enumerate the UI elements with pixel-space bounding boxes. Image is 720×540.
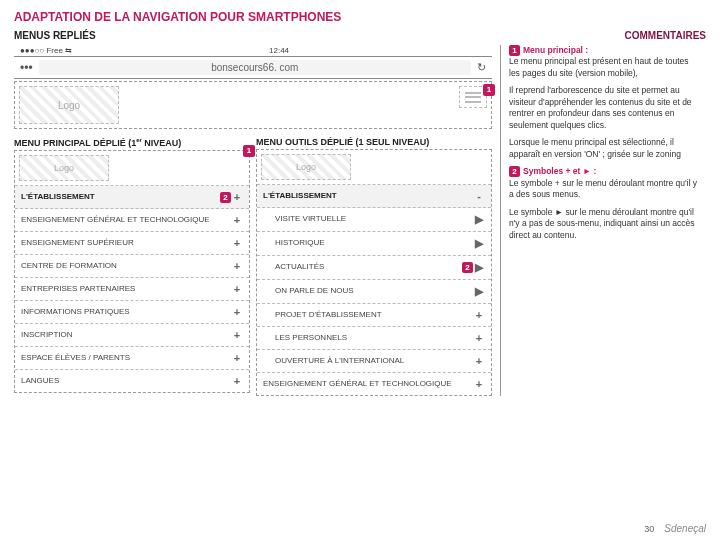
right-menu-heading: MENU OUTILS DÉPLIÉ (1 SEUL NIVEAU) xyxy=(256,137,492,147)
menu-item-label: HISTORIQUE xyxy=(263,239,473,248)
menu-item-label: LANGUES xyxy=(21,377,231,386)
page-footer: 30 Sdeneçal xyxy=(644,523,706,534)
chevron-right-icon: ▶ xyxy=(473,261,485,274)
logo-placeholder: Logo xyxy=(19,86,119,124)
browser-bar: ••• bonsecours66. com ↻ xyxy=(14,56,492,79)
callout-number-1: 1 xyxy=(509,45,520,56)
phone-statusbar: ●●●○○ Free ⇆ 12:44 xyxy=(14,45,492,56)
menu-item[interactable]: ENSEIGNEMENT GÉNÉRAL ET TECHNOLOGIQUE+ xyxy=(257,373,491,395)
plus-icon: + xyxy=(231,191,243,203)
plus-icon: + xyxy=(231,352,243,364)
left-menu-heading: MENU PRINCIPAL DÉPLIÉ (1er NIVEAU) xyxy=(14,137,250,148)
menu-item[interactable]: OUVERTURE À L'INTERNATIONAL+ xyxy=(257,350,491,373)
comments-heading: COMMENTAIRES xyxy=(625,30,706,41)
plus-icon: + xyxy=(473,309,485,321)
menu-item[interactable]: ENSEIGNEMENT SUPÉRIEUR+ xyxy=(15,232,249,255)
plus-icon: + xyxy=(231,283,243,295)
more-icon[interactable]: ••• xyxy=(20,61,33,75)
menu-item[interactable]: CENTRE DE FORMATION+ xyxy=(15,255,249,278)
menu-item[interactable]: ESPACE ÉLÈVES / PARENTS+ xyxy=(15,347,249,370)
menu-item[interactable]: ACTUALITÉS2▶ xyxy=(257,256,491,280)
brand-logo: Sdeneçal xyxy=(664,523,706,534)
menu-item[interactable]: INSCRIPTION+ xyxy=(15,324,249,347)
menu-item-label: INFORMATIONS PRATIQUES xyxy=(21,308,231,317)
chevron-right-icon: ▶ xyxy=(473,237,485,250)
plus-icon: + xyxy=(231,306,243,318)
tools-menu-expanded: Logo L'ÉTABLISSEMENT-VISITE VIRTUELLE▶HI… xyxy=(256,149,492,396)
subtitle: MENUS REPLIÉS xyxy=(14,30,96,41)
menu-item-label: ENSEIGNEMENT GÉNÉRAL ET TECHNOLOGIQUE xyxy=(263,380,473,389)
logo-placeholder: Logo xyxy=(19,155,109,181)
menu-item-label: ON PARLE DE NOUS xyxy=(263,287,473,296)
menu-item-label: ENSEIGNEMENT SUPÉRIEUR xyxy=(21,239,231,248)
menu-item-label: INSCRIPTION xyxy=(21,331,231,340)
menu-item[interactable]: ON PARLE DE NOUS▶ xyxy=(257,280,491,304)
menu-item[interactable]: L'ÉTABLISSEMENT2+ xyxy=(15,186,249,209)
menu-item[interactable]: L'ÉTABLISSEMENT- xyxy=(257,185,491,208)
menu-item-label: L'ÉTABLISSEMENT xyxy=(21,193,216,202)
plus-icon: + xyxy=(473,378,485,390)
address-bar[interactable]: bonsecours66. com xyxy=(39,60,471,75)
menu-item-label: ACTUALITÉS xyxy=(263,263,458,272)
chevron-right-icon: ▶ xyxy=(473,285,485,298)
status-carrier: ●●●○○ Free ⇆ xyxy=(20,46,72,55)
menu-item-label: VISITE VIRTUELLE xyxy=(263,215,473,224)
plus-icon: + xyxy=(231,375,243,387)
logo-placeholder: Logo xyxy=(261,154,351,180)
plus-icon: + xyxy=(231,260,243,272)
menu-item[interactable]: INFORMATIONS PRATIQUES+ xyxy=(15,301,249,324)
callout-marker: 2 xyxy=(462,262,473,273)
callout-marker: 2 xyxy=(220,192,231,203)
menu-item[interactable]: PROJET D'ÉTABLISSEMENT+ xyxy=(257,304,491,327)
callout-marker-1b: 1 xyxy=(243,145,255,157)
menu-item[interactable]: LES PERSONNELS+ xyxy=(257,327,491,350)
minus-icon: - xyxy=(473,190,485,202)
status-time: 12:44 xyxy=(269,46,289,55)
collapsed-menu-wireframe: Logo 1 xyxy=(14,81,492,129)
main-menu-expanded: 1 Logo L'ÉTABLISSEMENT2+ENSEIGNEMENT GÉN… xyxy=(14,150,250,393)
menu-item[interactable]: HISTORIQUE▶ xyxy=(257,232,491,256)
menu-item-label: OUVERTURE À L'INTERNATIONAL xyxy=(263,357,473,366)
comments-panel: 1Menu principal :Le menu principal est p… xyxy=(500,45,700,396)
menu-item-label: ESPACE ÉLÈVES / PARENTS xyxy=(21,354,231,363)
menu-item-label: ENTREPRISES PARTENAIRES xyxy=(21,285,231,294)
callout-marker-1: 1 xyxy=(483,84,495,96)
callout-number-2: 2 xyxy=(509,166,520,177)
plus-icon: + xyxy=(473,332,485,344)
menu-item[interactable]: ENSEIGNEMENT GÉNÉRAL ET TECHNOLOGIQUE+ xyxy=(15,209,249,232)
page-number: 30 xyxy=(644,524,654,534)
menu-item-label: ENSEIGNEMENT GÉNÉRAL ET TECHNOLOGIQUE xyxy=(21,216,231,225)
plus-icon: + xyxy=(231,214,243,226)
page-title: ADAPTATION DE LA NAVIGATION POUR SMARTPH… xyxy=(14,10,706,24)
plus-icon: + xyxy=(231,237,243,249)
menu-item-label: LES PERSONNELS xyxy=(263,334,473,343)
plus-icon: + xyxy=(231,329,243,341)
plus-icon: + xyxy=(473,355,485,367)
menu-item[interactable]: LANGUES+ xyxy=(15,370,249,392)
menu-item[interactable]: VISITE VIRTUELLE▶ xyxy=(257,208,491,232)
menu-item-label: L'ÉTABLISSEMENT xyxy=(263,192,473,201)
reload-icon[interactable]: ↻ xyxy=(477,61,486,74)
menu-item-label: CENTRE DE FORMATION xyxy=(21,262,231,271)
menu-item[interactable]: ENTREPRISES PARTENAIRES+ xyxy=(15,278,249,301)
menu-item-label: PROJET D'ÉTABLISSEMENT xyxy=(263,311,473,320)
chevron-right-icon: ▶ xyxy=(473,213,485,226)
